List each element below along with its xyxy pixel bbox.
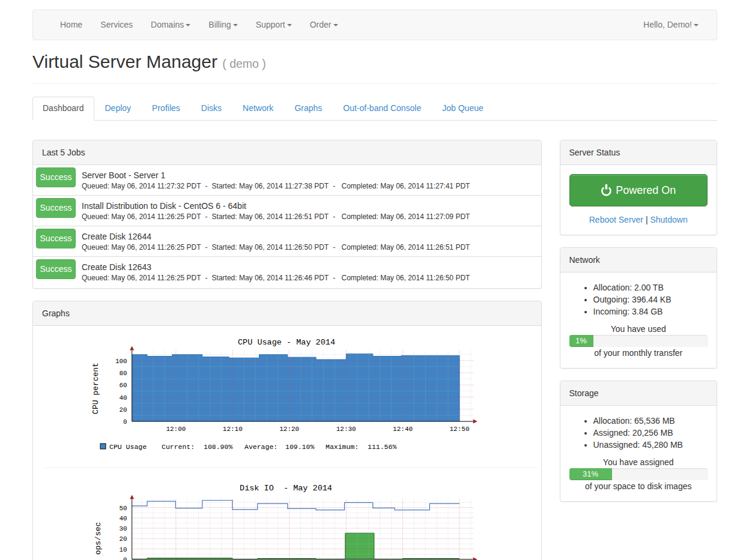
- svg-text:60: 60: [119, 382, 127, 389]
- svg-text:12:40: 12:40: [393, 426, 413, 433]
- svg-text:0: 0: [123, 556, 127, 560]
- svg-text:50: 50: [119, 505, 127, 512]
- svg-text:Maximum:: Maximum:: [326, 443, 359, 451]
- svg-text:111.56%: 111.56%: [368, 443, 396, 451]
- svg-text:0: 0: [123, 418, 127, 426]
- svg-text:12:20: 12:20: [279, 426, 299, 433]
- svg-text:12:50: 12:50: [449, 426, 469, 433]
- svg-text:20: 20: [119, 535, 127, 543]
- svg-text:Current:: Current:: [162, 443, 195, 451]
- svg-text:109.10%: 109.10%: [285, 443, 314, 451]
- svg-text:12:30: 12:30: [336, 426, 356, 433]
- svg-text:108.90%: 108.90%: [204, 443, 232, 451]
- svg-text:100: 100: [115, 358, 127, 365]
- svg-text:12:00: 12:00: [166, 426, 186, 433]
- svg-text:Average:: Average:: [244, 443, 277, 451]
- svg-text:80: 80: [119, 370, 127, 377]
- svg-text:10: 10: [119, 546, 127, 553]
- svg-text:40: 40: [119, 394, 127, 402]
- svg-text:20: 20: [119, 406, 127, 414]
- svg-text:30: 30: [119, 525, 127, 532]
- svg-text:CPU percent: CPU percent: [91, 363, 100, 414]
- svg-text:Disk IO - May 2014: Disk IO - May 2014: [240, 484, 332, 493]
- svg-text:ops/sec: ops/sec: [94, 522, 103, 555]
- svg-text:40: 40: [119, 515, 127, 522]
- svg-text:CPU Usage - May 2014: CPU Usage - May 2014: [238, 338, 335, 347]
- svg-text:12:10: 12:10: [223, 426, 243, 433]
- svg-text:CPU Usage: CPU Usage: [109, 443, 147, 451]
